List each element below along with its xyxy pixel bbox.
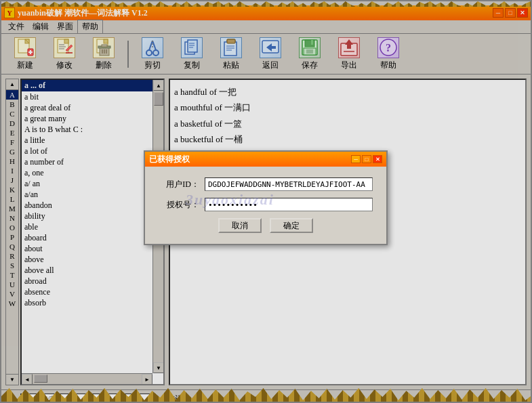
dialog-authorized: 已获得授权 ─ □ ✕ 用户ID： 授权号： 3uya xyxy=(144,150,388,245)
main-window: Y yuanbin破解 潮软件—词法解释 V1.2 ─ □ ✕ 文件 编辑 界面… xyxy=(0,0,532,403)
modal-overlay: 已获得授权 ─ □ ✕ 用户ID： 授权号： 3uya xyxy=(1,1,531,402)
dialog-title-text: 已获得授权 xyxy=(149,154,190,165)
dialog-buttons: 取消 确定 xyxy=(159,218,373,233)
user-id-input[interactable] xyxy=(205,177,373,191)
dialog-ok-button[interactable]: 确定 xyxy=(270,218,313,233)
user-id-label: 用户ID： xyxy=(159,179,199,190)
license-input[interactable] xyxy=(205,198,373,211)
dialog-cancel-button[interactable]: 取消 xyxy=(218,218,262,233)
license-label: 授权号： xyxy=(159,199,199,211)
dialog-minimize-btn[interactable]: ─ xyxy=(351,155,361,163)
dialog-close-btn[interactable]: ✕ xyxy=(373,155,382,163)
dialog-title-bar: 已获得授权 ─ □ ✕ xyxy=(145,152,386,167)
dialog-title-controls: ─ □ ✕ xyxy=(351,155,382,163)
dialog-maximize-btn[interactable]: □ xyxy=(362,155,371,163)
license-field: 授权号： 3uyaoxiazai xyxy=(159,198,373,211)
dialog-content: 用户ID： 授权号： 3uyaoxiazai 取消 确定 xyxy=(145,167,386,244)
user-id-field: 用户ID： xyxy=(159,177,373,191)
